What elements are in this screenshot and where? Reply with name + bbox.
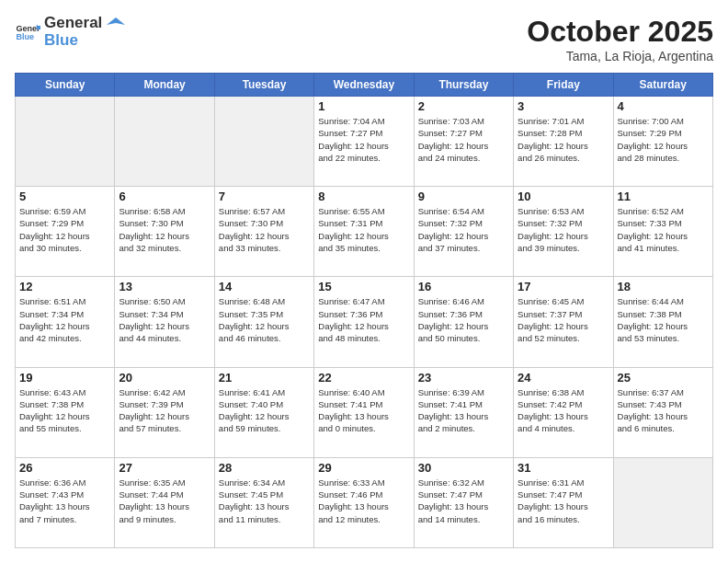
day-info: Sunrise: 6:50 AM Sunset: 7:34 PM Dayligh… [119,295,210,344]
month-title: October 2025 [527,15,713,49]
day-info: Sunrise: 7:00 AM Sunset: 7:29 PM Dayligh… [618,115,709,164]
day-info: Sunrise: 6:51 AM Sunset: 7:34 PM Dayligh… [19,295,110,344]
calendar-table: SundayMondayTuesdayWednesdayThursdayFrid… [15,73,713,548]
calendar-cell: 1Sunrise: 7:04 AM Sunset: 7:27 PM Daylig… [314,97,414,187]
day-info: Sunrise: 6:47 AM Sunset: 7:36 PM Dayligh… [318,295,409,344]
svg-marker-4 [37,26,40,29]
day-info: Sunrise: 6:57 AM Sunset: 7:30 PM Dayligh… [219,205,310,254]
calendar-cell [115,97,214,187]
calendar-cell [16,97,115,187]
calendar-cell: 10Sunrise: 6:53 AM Sunset: 7:32 PM Dayli… [514,187,613,277]
calendar-header-row: SundayMondayTuesdayWednesdayThursdayFrid… [16,74,713,97]
calendar-cell: 5Sunrise: 6:59 AM Sunset: 7:29 PM Daylig… [16,187,115,277]
calendar-day-header: Tuesday [214,74,313,97]
svg-text:Blue: Blue [16,32,34,41]
calendar-cell: 15Sunrise: 6:47 AM Sunset: 7:36 PM Dayli… [314,277,414,367]
day-info: Sunrise: 6:45 AM Sunset: 7:37 PM Dayligh… [518,295,609,344]
day-number: 6 [119,190,210,203]
day-number: 3 [518,99,609,113]
day-info: Sunrise: 6:55 AM Sunset: 7:31 PM Dayligh… [318,205,409,254]
logo: General Blue General Blue [15,15,125,49]
day-number: 28 [219,461,310,475]
day-number: 19 [19,371,110,385]
day-number: 23 [418,371,509,385]
day-info: Sunrise: 6:59 AM Sunset: 7:29 PM Dayligh… [19,205,110,254]
calendar-cell: 20Sunrise: 6:42 AM Sunset: 7:39 PM Dayli… [115,367,214,457]
calendar-cell: 11Sunrise: 6:52 AM Sunset: 7:33 PM Dayli… [613,187,712,277]
calendar-row: 5Sunrise: 6:59 AM Sunset: 7:29 PM Daylig… [16,187,713,277]
title-block: October 2025 Tama, La Rioja, Argentina [527,15,713,63]
day-info: Sunrise: 6:53 AM Sunset: 7:32 PM Dayligh… [518,205,609,254]
page: General Blue General Blue October 2025 T… [0,0,728,563]
calendar-cell: 12Sunrise: 6:51 AM Sunset: 7:34 PM Dayli… [16,277,115,367]
day-number: 5 [19,190,110,203]
calendar-cell: 30Sunrise: 6:32 AM Sunset: 7:47 PM Dayli… [414,457,513,547]
calendar-cell: 31Sunrise: 6:31 AM Sunset: 7:47 PM Dayli… [514,457,613,547]
calendar-day-header: Wednesday [314,74,414,97]
day-info: Sunrise: 6:48 AM Sunset: 7:35 PM Dayligh… [219,295,310,344]
day-info: Sunrise: 6:34 AM Sunset: 7:45 PM Dayligh… [219,477,310,525]
day-info: Sunrise: 6:42 AM Sunset: 7:39 PM Dayligh… [119,386,210,435]
calendar-row: 19Sunrise: 6:43 AM Sunset: 7:38 PM Dayli… [16,367,713,457]
calendar-cell: 25Sunrise: 6:37 AM Sunset: 7:43 PM Dayli… [613,367,712,457]
day-info: Sunrise: 6:32 AM Sunset: 7:47 PM Dayligh… [418,477,509,525]
day-number: 24 [518,371,609,385]
location-title: Tama, La Rioja, Argentina [527,49,713,63]
day-number: 17 [518,280,609,293]
day-number: 7 [219,190,310,203]
day-info: Sunrise: 6:58 AM Sunset: 7:30 PM Dayligh… [119,205,210,254]
calendar-cell: 23Sunrise: 6:39 AM Sunset: 7:41 PM Dayli… [414,367,513,457]
day-number: 12 [19,280,110,293]
day-number: 11 [618,190,709,203]
day-info: Sunrise: 6:36 AM Sunset: 7:43 PM Dayligh… [19,477,110,525]
calendar-cell: 29Sunrise: 6:33 AM Sunset: 7:46 PM Dayli… [314,457,414,547]
day-number: 27 [119,461,210,475]
calendar-cell: 24Sunrise: 6:38 AM Sunset: 7:42 PM Dayli… [514,367,613,457]
day-info: Sunrise: 6:37 AM Sunset: 7:43 PM Dayligh… [618,386,709,435]
logo-general: General [44,15,125,32]
day-info: Sunrise: 6:52 AM Sunset: 7:33 PM Dayligh… [618,205,709,254]
day-info: Sunrise: 6:39 AM Sunset: 7:41 PM Dayligh… [418,386,509,435]
calendar-cell: 26Sunrise: 6:36 AM Sunset: 7:43 PM Dayli… [16,457,115,547]
calendar-cell: 2Sunrise: 7:03 AM Sunset: 7:27 PM Daylig… [414,97,513,187]
calendar-day-header: Sunday [16,74,115,97]
calendar-day-header: Thursday [414,74,513,97]
day-info: Sunrise: 6:54 AM Sunset: 7:32 PM Dayligh… [418,205,509,254]
day-info: Sunrise: 6:46 AM Sunset: 7:36 PM Dayligh… [418,295,509,344]
header: General Blue General Blue October 2025 T… [15,15,713,63]
calendar-cell [613,457,712,547]
day-info: Sunrise: 7:01 AM Sunset: 7:28 PM Dayligh… [518,115,609,164]
day-info: Sunrise: 7:04 AM Sunset: 7:27 PM Dayligh… [318,115,409,164]
day-number: 18 [618,280,709,293]
calendar-cell: 16Sunrise: 6:46 AM Sunset: 7:36 PM Dayli… [414,277,513,367]
calendar-cell: 7Sunrise: 6:57 AM Sunset: 7:30 PM Daylig… [214,187,313,277]
day-number: 2 [418,99,509,113]
logo-icon: General Blue [15,19,40,45]
day-number: 20 [119,371,210,385]
day-info: Sunrise: 6:35 AM Sunset: 7:44 PM Dayligh… [119,477,210,525]
calendar-row: 12Sunrise: 6:51 AM Sunset: 7:34 PM Dayli… [16,277,713,367]
calendar-cell: 21Sunrise: 6:41 AM Sunset: 7:40 PM Dayli… [214,367,313,457]
day-info: Sunrise: 6:33 AM Sunset: 7:46 PM Dayligh… [318,477,409,525]
day-number: 16 [418,280,509,293]
calendar-cell: 6Sunrise: 6:58 AM Sunset: 7:30 PM Daylig… [115,187,214,277]
day-number: 29 [318,461,409,475]
day-number: 25 [618,371,709,385]
day-number: 22 [318,371,409,385]
calendar-day-header: Saturday [613,74,712,97]
calendar-cell: 27Sunrise: 6:35 AM Sunset: 7:44 PM Dayli… [115,457,214,547]
day-number: 14 [219,280,310,293]
calendar-cell [214,97,313,187]
svg-marker-5 [107,17,125,25]
calendar-cell: 22Sunrise: 6:40 AM Sunset: 7:41 PM Dayli… [314,367,414,457]
day-number: 9 [418,190,509,203]
day-number: 26 [19,461,110,475]
day-info: Sunrise: 6:38 AM Sunset: 7:42 PM Dayligh… [518,386,609,435]
day-info: Sunrise: 7:03 AM Sunset: 7:27 PM Dayligh… [418,115,509,164]
calendar-row: 26Sunrise: 6:36 AM Sunset: 7:43 PM Dayli… [16,457,713,547]
calendar-cell: 18Sunrise: 6:44 AM Sunset: 7:38 PM Dayli… [613,277,712,367]
day-info: Sunrise: 6:43 AM Sunset: 7:38 PM Dayligh… [19,386,110,435]
day-info: Sunrise: 6:31 AM Sunset: 7:47 PM Dayligh… [518,477,609,525]
calendar-cell: 14Sunrise: 6:48 AM Sunset: 7:35 PM Dayli… [214,277,313,367]
day-info: Sunrise: 6:41 AM Sunset: 7:40 PM Dayligh… [219,386,310,435]
